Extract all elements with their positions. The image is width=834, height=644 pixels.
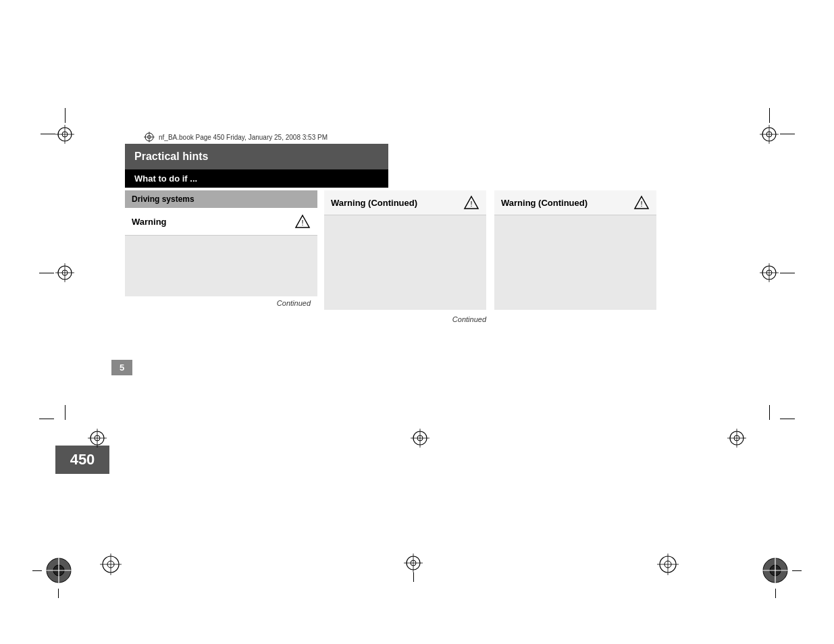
crosshair-bottom-left-2	[100, 554, 122, 575]
warning-continued-label-3: Warning (Continued)	[501, 198, 588, 208]
content-area: nf_BA.book Page 450 Friday, January 25, …	[125, 132, 712, 377]
tick-left-bottom-v	[58, 589, 59, 598]
warning-label: Warning	[132, 217, 167, 227]
crosshair-right-mid	[760, 263, 779, 282]
tick-left-lower	[39, 419, 54, 419]
svg-text:!: !	[301, 219, 303, 227]
svg-text:!: !	[470, 200, 472, 208]
section-header-driving-systems: Driving systems	[125, 190, 317, 208]
column-2: Warning (Continued) ! Continued	[324, 190, 486, 326]
chapter-tab: 5	[111, 360, 132, 375]
column-3: Warning (Continued) !	[494, 190, 656, 326]
col2-content-box	[324, 215, 486, 310]
tick-bottom-center-v	[413, 572, 414, 582]
crosshair-bottom-right-2	[657, 554, 679, 575]
crosshair-bottom-right	[758, 554, 792, 587]
header-title: Practical hints	[125, 144, 388, 169]
crosshair-lower-right	[727, 429, 746, 448]
crosshair-top-right	[760, 125, 779, 144]
crosshair-bottom-left-large	[42, 554, 76, 587]
tick-top-left	[65, 108, 66, 123]
svg-text:!: !	[640, 200, 642, 208]
tick-right-top	[780, 134, 795, 134]
file-crosshair-icon	[144, 132, 155, 142]
tick-left-bottom-h	[32, 570, 42, 571]
warning-continued-label-2: Warning (Continued)	[331, 198, 417, 208]
crosshair-left-mid	[55, 263, 74, 282]
tick-right-lower	[780, 419, 795, 419]
tick-right-bottom-v	[775, 589, 776, 598]
tick-left-top	[41, 134, 55, 134]
warning-row: Warning !	[125, 208, 317, 236]
crosshair-center-lower	[411, 429, 429, 448]
col1-content-box	[125, 236, 317, 296]
tick-bottom-left-v	[65, 405, 66, 420]
tick-top-right	[769, 108, 770, 123]
crosshair-lower-left	[88, 429, 107, 448]
tick-bottom-right-v	[769, 405, 770, 420]
col2-continued: Continued	[324, 313, 486, 326]
col1-continued: Continued	[125, 296, 317, 310]
crosshair-top-left	[55, 125, 74, 144]
tick-left-mid	[39, 273, 54, 273]
warning-triangle-icon-2: !	[463, 194, 479, 211]
warning-continued-row-3: Warning (Continued) !	[494, 190, 656, 215]
tick-right-mid	[780, 273, 795, 273]
warning-triangle-icon: !	[294, 213, 311, 230]
file-info: nf_BA.book Page 450 Friday, January 25, …	[159, 134, 328, 141]
warning-continued-row-2: Warning (Continued) !	[324, 190, 486, 215]
col3-content-box	[494, 215, 656, 310]
header-subtitle: What to do if ...	[125, 169, 388, 188]
warning-triangle-icon-3: !	[633, 194, 650, 211]
column-1: Driving systems Warning ! Continued	[125, 190, 317, 326]
crosshair-bottom-center	[404, 554, 423, 572]
tick-right-bottom-h	[792, 570, 802, 571]
